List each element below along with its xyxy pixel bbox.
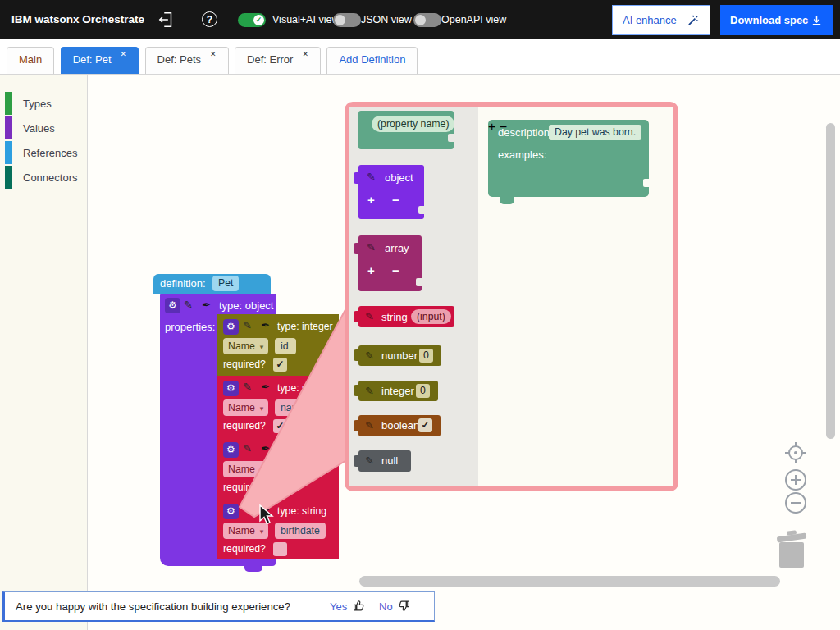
pencil-icon[interactable] [365,419,374,431]
trash-icon[interactable] [774,530,809,569]
block-object[interactable]: object + − [358,165,424,219]
brand-logo: IBM watsonx Orchestrate [11,0,144,39]
name-field[interactable]: id [275,338,296,354]
gear-icon[interactable] [223,442,239,458]
gear-icon[interactable] [165,298,180,313]
number-field[interactable]: 0 [419,349,433,363]
vertical-scrollbar[interactable] [826,123,835,439]
block-number[interactable]: number 0 [358,345,441,366]
tab-close-icon[interactable]: ✕ [302,50,308,58]
pencil-icon[interactable] [367,241,376,253]
tab-def-error[interactable]: Def: Error ✕ [235,47,321,74]
block-array[interactable]: array + − [358,235,422,291]
name-dropdown[interactable]: Name [223,461,268,477]
tab-def-pets[interactable]: Def: Pets ✕ [145,47,229,74]
name-dropdown[interactable]: Name [223,523,268,539]
property-block-id[interactable]: type: integer Name id required? ✓ [217,314,339,376]
required-checkbox[interactable] [273,481,287,495]
toolbox-item-types[interactable]: Types [5,92,52,115]
block-boolean[interactable]: boolean ✓ [358,415,441,436]
pencil-icon[interactable] [243,504,252,516]
thumbs-down-icon[interactable] [398,600,410,612]
tab-close-icon[interactable]: ✕ [121,50,127,58]
pencil-icon[interactable] [365,349,374,362]
ai-enhance-button[interactable]: AI enhance [612,5,710,35]
values-color-bar [5,116,12,139]
integer-field[interactable]: 0 [416,384,430,398]
block-property-name[interactable]: (property name) [358,111,454,149]
thumbs-up-icon[interactable] [353,600,365,612]
pencil-icon[interactable] [367,171,376,183]
toggle-json-view[interactable] [333,13,361,27]
marker-icon[interactable] [202,299,211,311]
type-label: type: object [219,299,274,312]
horizontal-scrollbar[interactable] [359,576,780,587]
pencil-icon[interactable] [184,299,193,311]
block-string[interactable]: string (input) [358,306,454,327]
toolbox-item-references[interactable]: References [5,141,77,164]
boolean-checkbox[interactable]: ✓ [418,418,432,432]
required-checkbox[interactable]: ✓ [273,419,287,433]
name-field[interactable]: birthdate [275,523,326,539]
examples-label: examples: [498,148,546,161]
property-block-birthdate[interactable]: type: string Name birthdate required? [217,499,339,559]
gear-icon[interactable] [223,319,239,335]
name-field[interactable] [275,461,296,477]
pencil-icon[interactable] [365,310,374,322]
marker-icon[interactable] [261,504,270,516]
description-examples-block[interactable]: description: Day pet was born. examples:… [488,120,649,197]
required-checkbox[interactable]: ✓ [273,358,287,372]
add-button[interactable]: + [368,193,375,207]
tab-label: Def: Pets [158,53,201,66]
add-example-button[interactable]: + [488,120,495,134]
remove-button[interactable]: − [392,193,399,207]
pencil-icon[interactable] [365,454,374,467]
marker-icon[interactable] [261,381,270,393]
tab-label: Def: Error [247,53,293,66]
gear-icon[interactable] [223,504,239,519]
property-block-name[interactable]: type: st Name nam required? ✓ [217,376,339,437]
property-name-field[interactable]: (property name) [372,116,454,132]
required-label: required? [223,420,266,431]
string-input-field[interactable]: (input) [411,309,451,324]
required-checkbox[interactable] [273,542,287,556]
toolbox-item-values[interactable]: Values [5,116,55,139]
export-spec-icon[interactable] [158,11,176,29]
pencil-icon[interactable] [243,442,252,454]
toolbox-item-connectors[interactable]: Connectors [5,166,77,189]
marker-icon[interactable] [261,442,270,454]
zoom-out-button[interactable] [784,491,807,514]
marker-icon[interactable] [261,319,270,331]
property-block-hidden[interactable]: Name required? [217,437,339,499]
block-integer[interactable]: integer 0 [358,381,438,401]
output-connector [354,420,358,431]
tab-def-pet[interactable]: Def: Pet ✕ [61,47,139,74]
pencil-icon[interactable] [243,381,252,393]
toggle-knob [335,15,345,25]
zoom-in-button[interactable] [784,468,807,491]
name-dropdown[interactable]: Name [223,399,268,416]
pencil-icon[interactable] [243,319,252,331]
description-field[interactable]: Day pet was born. [549,125,641,140]
name-dropdown[interactable]: Name [223,338,268,354]
toggle-openapi-view[interactable] [413,13,441,27]
download-spec-button[interactable]: Download spec [720,5,833,35]
tab-main[interactable]: Main [7,47,54,74]
block-null[interactable]: null [358,450,411,472]
feedback-no-link[interactable]: No [379,600,393,613]
tab-close-icon[interactable]: ✕ [210,50,217,58]
definition-name-field[interactable]: Pet [212,276,239,291]
remove-button[interactable]: − [392,263,399,277]
name-field[interactable]: nam [275,399,306,416]
gear-icon[interactable] [223,381,239,396]
definition-block-header[interactable]: definition: Pet [153,274,271,294]
toggle-visual-ai-view[interactable]: ✓ [238,13,266,27]
feedback-bar: Are you happy with the specification bui… [2,591,435,622]
add-button[interactable]: + [368,263,375,277]
feedback-yes-link[interactable]: Yes [330,600,347,613]
pencil-icon[interactable] [365,385,374,397]
zoom-reset-button[interactable] [783,441,808,465]
tab-add-definition[interactable]: Add Definition [326,47,418,74]
help-icon[interactable]: ? [202,11,217,27]
description-label: description: [498,126,552,139]
